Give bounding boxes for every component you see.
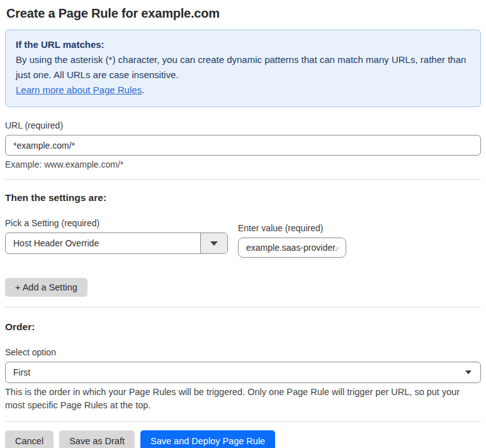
learn-more-link[interactable]: Learn more about Page Rules bbox=[16, 84, 142, 95]
url-field-label: URL (required) bbox=[5, 120, 63, 130]
order-field-group: Select option First This is the order in… bbox=[5, 347, 481, 412]
setting-select-value: Host Header Override bbox=[6, 233, 200, 253]
chevron-down-icon bbox=[210, 241, 218, 246]
order-select-value: First bbox=[13, 367, 465, 377]
order-section-heading: Order: bbox=[5, 321, 481, 333]
setting-value-input[interactable] bbox=[238, 238, 346, 258]
enter-value-label: Enter value (required) bbox=[238, 223, 323, 233]
save-deploy-button[interactable]: Save and Deploy Page Rule bbox=[140, 430, 275, 448]
order-select[interactable]: First bbox=[5, 362, 481, 383]
chevron-down-icon bbox=[465, 370, 472, 374]
divider bbox=[5, 307, 481, 307]
settings-section-heading: Then the settings are: bbox=[5, 192, 481, 204]
pick-setting-label: Pick a Setting (required) bbox=[5, 218, 99, 228]
add-setting-button[interactable]: + Add a Setting bbox=[5, 278, 88, 297]
order-help-text: This is the order in which your Page Rul… bbox=[5, 386, 481, 412]
setting-select-arrow-button[interactable] bbox=[200, 233, 227, 253]
link-period: . bbox=[142, 84, 144, 95]
save-draft-button[interactable]: Save as Draft bbox=[59, 430, 135, 448]
order-select-label: Select option bbox=[5, 347, 56, 357]
page-title: Create a Page Rule for example.com bbox=[6, 5, 481, 21]
info-box-body: By using the asterisk (*) character, you… bbox=[16, 52, 470, 83]
divider bbox=[5, 421, 481, 422]
divider bbox=[5, 179, 481, 180]
form-actions: Cancel Save as Draft Save and Deploy Pag… bbox=[5, 430, 481, 448]
url-input[interactable] bbox=[5, 135, 481, 156]
setting-select[interactable]: Host Header Override bbox=[5, 233, 228, 254]
url-match-info-box: If the URL matches: By using the asteris… bbox=[5, 30, 481, 107]
info-box-heading: If the URL matches: bbox=[16, 38, 470, 52]
url-example-text: Example: www.example.com/* bbox=[5, 159, 481, 170]
url-field-group: URL (required) Example: www.example.com/… bbox=[5, 120, 481, 170]
cancel-button[interactable]: Cancel bbox=[5, 430, 54, 448]
settings-row: Pick a Setting (required) Host Header Ov… bbox=[5, 217, 481, 258]
